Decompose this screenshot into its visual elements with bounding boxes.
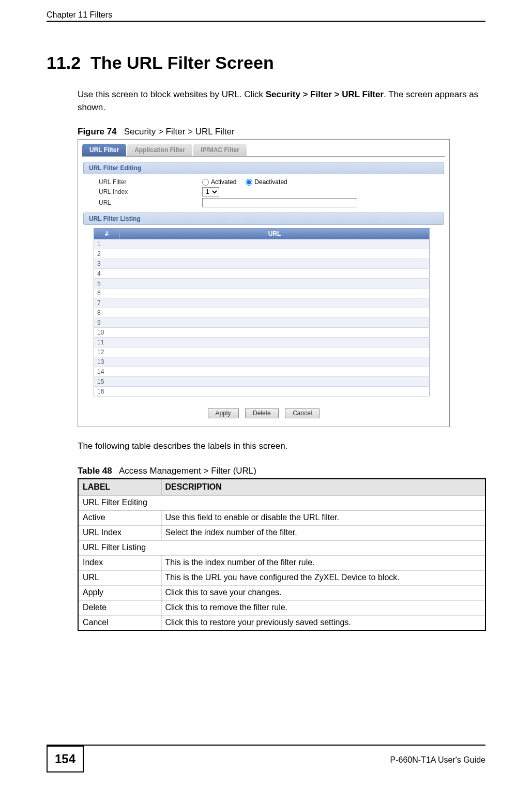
table-row: 16 xyxy=(94,387,430,397)
figure-label: Figure 74 xyxy=(78,127,117,137)
table-row: URL Filter Listing xyxy=(78,540,485,555)
label-url-filter: URL Filter xyxy=(99,178,202,186)
th-number: # xyxy=(94,229,120,239)
cell-url xyxy=(120,338,430,347)
intro-path: Security > Filter > URL Filter xyxy=(266,89,384,99)
cell-url xyxy=(120,298,430,308)
cell-url xyxy=(120,318,430,328)
chapter-label: Chapter 11 Filters xyxy=(47,10,112,20)
cell-url xyxy=(120,289,430,298)
cell-index: 1 xyxy=(94,239,120,249)
cell-description: Use this field to enable or disable the … xyxy=(161,510,485,525)
listing-section-bar: URL Filter Listing xyxy=(83,213,444,225)
table-row: URLThis is the URL you have configured t… xyxy=(78,570,485,585)
description-table: LABEL DESCRIPTION URL Filter EditingActi… xyxy=(78,478,486,631)
select-url-index[interactable]: 1 xyxy=(202,187,219,196)
section-number: 11.2 xyxy=(47,53,81,72)
cancel-button[interactable]: Cancel xyxy=(285,408,320,418)
table-row: 12 xyxy=(94,347,430,357)
cell-index: 6 xyxy=(94,289,120,298)
cell-index: 3 xyxy=(94,259,120,269)
table-row: 10 xyxy=(94,328,430,338)
cell-index: 14 xyxy=(94,367,120,377)
form-area: URL Filter Activated Deactivated URL Ind… xyxy=(99,178,444,207)
page-number: 154 xyxy=(47,746,84,772)
table-row: ActiveUse this field to enable or disabl… xyxy=(78,510,485,525)
intro-line: Use this screen to block websites by URL… xyxy=(78,89,266,99)
cell-url xyxy=(120,377,430,387)
table-row: 15 xyxy=(94,377,430,387)
guide-name: P-660N-T1A User's Guide xyxy=(390,755,485,765)
table-row: 14 xyxy=(94,367,430,377)
cell-label: Active xyxy=(78,510,161,525)
cell-description: Select the index number of the filter. xyxy=(161,525,485,540)
table-row: 2 xyxy=(94,249,430,259)
cell-url xyxy=(120,387,430,397)
screenshot-figure: URL Filter Application Filter IP/MAC Fil… xyxy=(78,139,450,427)
tab-ipmac-filter[interactable]: IP/MAC Filter xyxy=(193,144,247,156)
button-row: Apply Delete Cancel xyxy=(78,402,449,427)
radio-deactivated[interactable] xyxy=(246,179,252,186)
cell-index: 15 xyxy=(94,377,120,387)
label-deactivated: Deactivated xyxy=(254,178,287,186)
tab-application-filter[interactable]: Application Filter xyxy=(127,144,192,156)
page-footer: 154 P-660N-T1A User's Guide xyxy=(47,745,485,772)
cell-label: Delete xyxy=(78,600,161,615)
table-label: Table 48 xyxy=(78,466,112,476)
table-caption: Table 48 Access Management > Filter (URL… xyxy=(78,466,485,476)
page-header: Chapter 11 Filters xyxy=(47,10,485,22)
cell-index: 7 xyxy=(94,298,120,308)
tab-underline xyxy=(82,156,445,157)
cell-index: 12 xyxy=(94,347,120,357)
cell-index: 5 xyxy=(94,279,120,289)
cell-label: URL Filter Listing xyxy=(78,540,485,555)
cell-index: 13 xyxy=(94,357,120,367)
figure-caption: Figure 74 Security > Filter > URL Filter xyxy=(78,127,485,137)
label-url-index: URL Index xyxy=(99,188,202,195)
section-title: The URL Filter Screen xyxy=(90,53,274,72)
table-row: URL Filter Editing xyxy=(78,495,485,510)
th-description: DESCRIPTION xyxy=(161,479,485,495)
figure-path: Security > Filter > URL Filter xyxy=(124,127,235,137)
cell-index: 16 xyxy=(94,387,120,397)
label-activated: Activated xyxy=(211,178,236,186)
input-url[interactable] xyxy=(202,198,357,207)
cell-url xyxy=(120,367,430,377)
table-row: 6 xyxy=(94,289,430,298)
cell-url xyxy=(120,249,430,259)
cell-label: URL xyxy=(78,570,161,585)
listing-table: # URL 12345678910111213141516 xyxy=(94,228,430,397)
cell-url xyxy=(120,239,430,249)
section-heading: 11.2 The URL Filter Screen xyxy=(47,53,485,73)
table-row: 11 xyxy=(94,338,430,347)
cell-index: 8 xyxy=(94,308,120,318)
cell-description: Click this to remove the filter rule. xyxy=(161,600,485,615)
cell-label: Index xyxy=(78,555,161,570)
cell-url xyxy=(120,357,430,367)
cell-description: Click this to save your changes. xyxy=(161,585,485,600)
radio-activated[interactable] xyxy=(202,179,209,186)
table-row: URL IndexSelect the index number of the … xyxy=(78,525,485,540)
cell-label: Cancel xyxy=(78,615,161,630)
tab-bar: URL Filter Application Filter IP/MAC Fil… xyxy=(78,140,449,156)
editing-section-bar: URL Filter Editing xyxy=(83,162,444,174)
cell-index: 10 xyxy=(94,328,120,338)
post-figure-text: The following table describes the labels… xyxy=(78,440,485,453)
apply-button[interactable]: Apply xyxy=(208,408,239,418)
cell-index: 9 xyxy=(94,318,120,328)
cell-label: URL Index xyxy=(78,525,161,540)
cell-url xyxy=(120,328,430,338)
cell-index: 11 xyxy=(94,338,120,347)
table-row: 3 xyxy=(94,259,430,269)
cell-label: URL Filter Editing xyxy=(78,495,485,510)
delete-button[interactable]: Delete xyxy=(245,408,279,418)
table-path: Access Management > Filter (URL) xyxy=(119,466,256,476)
table-row: DeleteClick this to remove the filter ru… xyxy=(78,600,485,615)
table-row: 8 xyxy=(94,308,430,318)
cell-url xyxy=(120,347,430,357)
cell-index: 2 xyxy=(94,249,120,259)
tab-url-filter[interactable]: URL Filter xyxy=(82,144,126,156)
cell-url xyxy=(120,308,430,318)
table-row: 13 xyxy=(94,357,430,367)
table-row: 1 xyxy=(94,239,430,249)
